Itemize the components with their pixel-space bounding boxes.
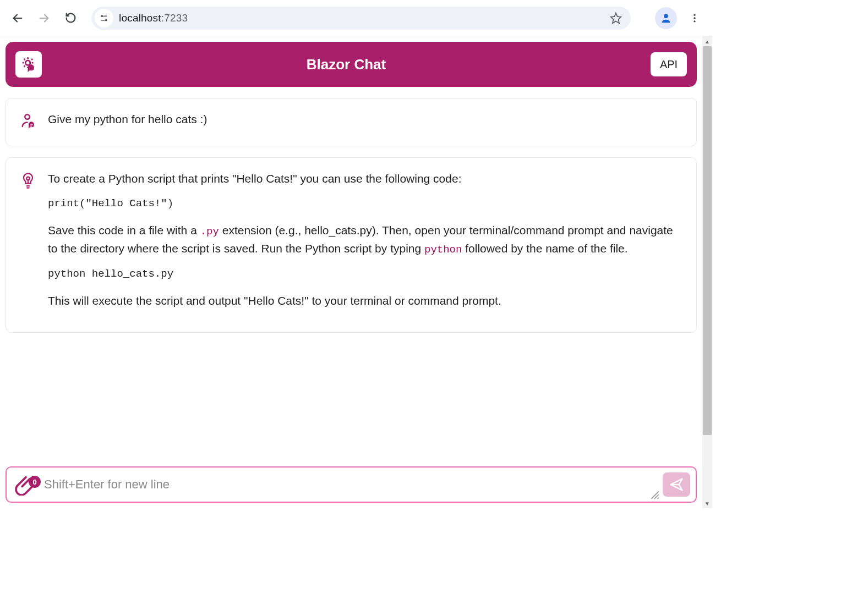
- arrow-left-icon: [12, 12, 24, 24]
- svg-point-12: [25, 114, 30, 119]
- svg-rect-3: [103, 15, 107, 16]
- user-message-text: Give my python for hello cats :): [48, 111, 682, 129]
- scroll-thumb[interactable]: [703, 46, 712, 435]
- vertical-scrollbar[interactable]: ▲ ▼: [702, 36, 712, 508]
- attachment-count-badge: 0: [29, 476, 41, 488]
- browser-toolbar: localhost:7233: [0, 0, 712, 36]
- forward-button[interactable]: [33, 7, 55, 29]
- svg-point-7: [664, 14, 668, 18]
- bookmark-button[interactable]: [607, 9, 625, 28]
- resize-grip-icon[interactable]: [649, 490, 659, 499]
- svg-rect-16: [26, 185, 30, 186]
- send-button[interactable]: [663, 472, 690, 497]
- reload-icon: [65, 12, 77, 24]
- page-content: Blazor Chat API Give my python for hello…: [0, 36, 702, 508]
- assistant-icon: [20, 172, 37, 192]
- site-info-button[interactable]: [95, 9, 113, 28]
- svg-rect-5: [101, 20, 105, 21]
- send-icon: [669, 477, 684, 492]
- app-header: Blazor Chat API: [6, 42, 697, 87]
- assistant-code-1: print("Hello Cats!"): [48, 196, 682, 212]
- gear-chat-icon: [19, 55, 38, 74]
- reload-button[interactable]: [59, 7, 81, 29]
- url-text: localhost:7233: [119, 12, 188, 24]
- svg-rect-14: [30, 126, 32, 127]
- svg-point-15: [26, 177, 29, 180]
- profile-button[interactable]: [655, 7, 677, 29]
- svg-point-2: [101, 15, 103, 17]
- assistant-p3: This will execute the script and output …: [48, 292, 682, 310]
- api-button[interactable]: API: [651, 52, 687, 76]
- attachment-button[interactable]: 0: [11, 471, 41, 498]
- chat-text-input[interactable]: [44, 468, 646, 502]
- scroll-down-arrow[interactable]: ▼: [702, 498, 712, 508]
- svg-point-11: [25, 61, 30, 65]
- svg-point-4: [105, 19, 107, 21]
- svg-line-20: [658, 498, 659, 499]
- star-icon: [610, 12, 622, 24]
- user-message-card: Give my python for hello cats :): [6, 98, 697, 146]
- tune-icon: [99, 13, 109, 23]
- browser-menu-button[interactable]: [684, 7, 706, 29]
- user-icon: [20, 113, 37, 131]
- assistant-p2: Save this code in a file with a .py exte…: [48, 222, 682, 258]
- svg-point-8: [693, 14, 695, 15]
- kebab-icon: [689, 13, 700, 24]
- svg-marker-6: [611, 13, 621, 23]
- scroll-up-arrow[interactable]: ▲: [702, 36, 712, 46]
- svg-rect-17: [26, 187, 30, 188]
- assistant-code-2: python hello_cats.py: [48, 266, 682, 282]
- assistant-message-card: To create a Python script that prints "H…: [6, 157, 697, 333]
- scroll-track[interactable]: [702, 46, 712, 498]
- chat-input-bar: 0: [6, 466, 697, 503]
- inline-code-python: python: [424, 244, 462, 256]
- svg-point-9: [693, 17, 695, 19]
- address-bar[interactable]: localhost:7233: [91, 7, 631, 30]
- inline-code-py: .py: [200, 226, 219, 238]
- assistant-p1: To create a Python script that prints "H…: [48, 170, 682, 188]
- arrow-right-icon: [38, 12, 50, 24]
- app-title: Blazor Chat: [307, 56, 386, 73]
- settings-button[interactable]: [15, 51, 42, 78]
- svg-rect-13: [30, 124, 32, 125]
- person-icon: [660, 12, 672, 24]
- svg-point-10: [693, 20, 695, 22]
- back-button[interactable]: [7, 7, 29, 29]
